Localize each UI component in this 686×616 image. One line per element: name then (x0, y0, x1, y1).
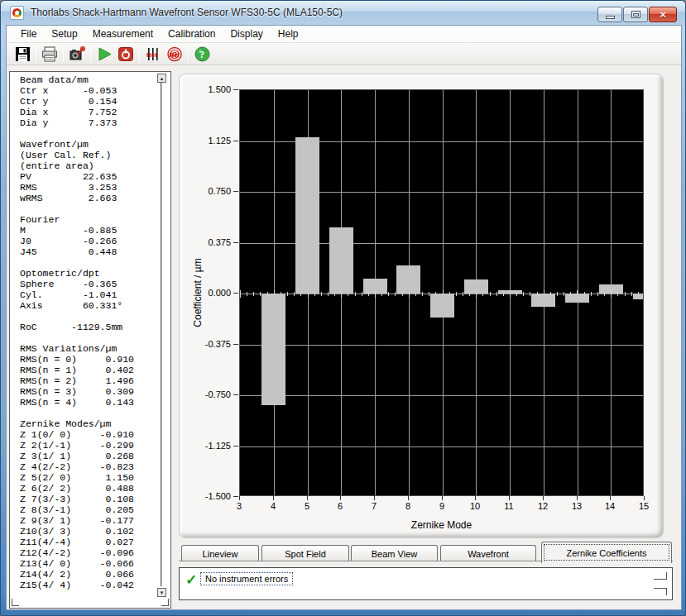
y-tick-mark (233, 496, 238, 497)
y-tick-mark (233, 89, 238, 90)
x-tick-label-4: 4 (262, 501, 284, 511)
zero-axis-tick (482, 292, 483, 296)
x-tick-mark (509, 496, 510, 500)
data-line-47: Z15(4/ 4) -0.042 (20, 580, 161, 590)
maximize-button[interactable] (623, 7, 648, 22)
toolbar-group-4: RefRef (142, 45, 185, 63)
data-line-44: Z12(4/-2) -0.096 (20, 547, 161, 558)
x-tick-mark (239, 496, 240, 500)
zero-axis-tick (334, 292, 335, 296)
y-tick-mark (233, 394, 238, 395)
y-tick-label-0.000: 0.000 (180, 288, 231, 298)
title-bar[interactable]: Thorlabs Shack-Hartmann Wavefront Sensor… (1, 1, 686, 25)
zero-axis-tick (550, 292, 551, 296)
zero-axis-tick (611, 290, 612, 298)
menu-display[interactable]: Display (223, 26, 270, 41)
start-icon[interactable] (95, 45, 113, 63)
zero-axis-tick (631, 292, 632, 296)
close-button[interactable]: × (649, 7, 677, 22)
zero-axis-tick (503, 292, 504, 296)
menu-measurement[interactable]: Measurement (85, 26, 161, 41)
panel-corner-grip-right[interactable] (161, 599, 169, 606)
zero-axis-tick (274, 290, 275, 298)
zero-axis-tick (510, 290, 511, 298)
x-tick-mark (442, 496, 443, 500)
y-tick-label--0.750: -0.750 (180, 389, 231, 399)
scroll-down-button[interactable]: ▼ (157, 588, 166, 597)
close-icon: × (660, 9, 666, 20)
x-tick-label-6: 6 (329, 501, 351, 511)
minimize-button[interactable] (597, 7, 622, 22)
window-controls: × (597, 7, 677, 22)
zero-axis-tick (308, 290, 309, 298)
reference-lines-icon[interactable]: Ref (144, 45, 162, 63)
x-tick-label-3: 3 (228, 501, 250, 511)
reference-target-icon[interactable]: Ref (166, 45, 184, 63)
zero-axis-tick (348, 292, 348, 296)
help-icon[interactable]: ? (193, 45, 211, 63)
data-line-13: Fourier (20, 214, 161, 225)
data-line-4: Dia y 7.373 (20, 117, 161, 128)
menu-help[interactable]: Help (271, 26, 306, 41)
menu-file[interactable]: File (13, 26, 44, 41)
data-line-22 (20, 311, 161, 322)
zero-axis-tick (570, 292, 571, 296)
x-tick-mark (408, 496, 409, 500)
zero-axis-tick (530, 292, 530, 296)
data-line-32: Zernike Modes/µm (20, 418, 161, 429)
vertical-scrollbar-track[interactable] (161, 82, 163, 586)
data-line-34: Z 2(1/-1) -0.299 (20, 440, 161, 451)
status-grip-top[interactable] (654, 572, 667, 580)
status-grip-bottom[interactable] (654, 588, 667, 595)
gridline-x-13 (578, 90, 578, 495)
zero-axis-tick (577, 290, 578, 298)
zero-axis-tick (321, 292, 322, 296)
zero-axis-tick (443, 290, 444, 298)
tab-zernike-coefficients[interactable]: Zernike Coefficients (541, 542, 672, 563)
zero-axis-tick (314, 292, 315, 296)
zero-axis-tick (300, 292, 301, 296)
y-tick-label-1.500: 1.500 (180, 84, 231, 94)
zero-axis-tick (294, 292, 295, 296)
x-tick-label-11: 11 (498, 501, 520, 511)
zero-axis-tick (409, 290, 410, 298)
x-tick-label-14: 14 (599, 501, 621, 511)
x-tick-mark (307, 496, 308, 500)
zero-axis-tick (240, 290, 241, 298)
status-message: No instrument errors (200, 572, 293, 585)
tab-beam-view[interactable]: Beam View (351, 545, 438, 561)
menu-calibration[interactable]: Calibration (161, 26, 223, 41)
print-icon[interactable] (41, 45, 59, 63)
tab-wavefront[interactable]: Wavefront (440, 545, 536, 561)
data-line-36: Z 4(2/-2) -0.823 (20, 461, 161, 472)
menu-setup[interactable]: Setup (44, 26, 84, 41)
measurement-data-text: Beam data/mmCtr x -0.053Ctr y 0.154Dia x… (20, 74, 161, 590)
zero-axis-tick (463, 292, 463, 296)
vertical-scrollbar-thumb[interactable]: ▲ (157, 74, 166, 83)
tab-spot-field[interactable]: Spot Field (261, 545, 349, 561)
x-tick-mark (644, 496, 645, 500)
toolbar-separator (63, 45, 64, 62)
measurement-data-panel[interactable]: Beam data/mmCtr x -0.053Ctr y 0.154Dia x… (9, 71, 171, 609)
y-tick-mark (233, 344, 238, 345)
stop-icon[interactable] (117, 45, 135, 63)
x-tick-mark (475, 496, 476, 500)
zero-axis-tick (355, 292, 356, 296)
toolbar-group-5: ? (191, 45, 213, 63)
gridline-y--0.375 (240, 345, 643, 346)
zero-axis-tick (402, 292, 403, 296)
save-icon[interactable] (13, 45, 31, 63)
svg-text:Ref: Ref (146, 51, 157, 59)
instrument-settings-icon[interactable] (68, 45, 86, 63)
zero-axis-tick (267, 292, 268, 296)
x-tick-label-13: 13 (566, 501, 588, 511)
tab-lineview[interactable]: Lineview (181, 545, 259, 561)
menu-bar: FileSetupMeasurementCalibrationDisplayHe… (7, 26, 681, 43)
toolbar-group-1 (39, 45, 60, 63)
data-line-20: Cyl. -1.041 (20, 289, 161, 300)
data-line-15: J0 -0.266 (20, 236, 161, 246)
panel-corner-grip-left[interactable] (12, 599, 19, 606)
y-tick-label--0.375: -0.375 (180, 339, 231, 349)
x-tick-mark (610, 496, 611, 500)
zero-axis-tick (469, 292, 470, 296)
